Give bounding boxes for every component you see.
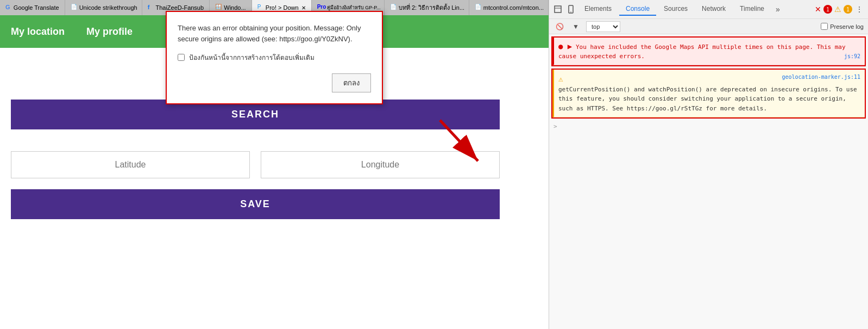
console-context-dropdown[interactable]: top <box>586 21 620 32</box>
tab-sources[interactable]: Sources <box>657 3 694 16</box>
console-prompt: > <box>549 121 868 132</box>
preserve-log-label: Preserve log <box>830 23 864 30</box>
tab-timeline[interactable]: Timeline <box>733 3 771 16</box>
console-error-text: You have included the Google Maps API mu… <box>558 44 846 60</box>
dialog-ok-button[interactable]: ตกลง <box>332 73 371 92</box>
devtools-toolbar: Elements Console Sources Network Timelin… <box>549 0 868 19</box>
console-filter-bar: 🚫 ▼ top Preserve log <box>549 19 868 34</box>
dialog-error-text: There was an error obtaining your positi… <box>178 23 371 44</box>
browser-content: G Google Translate 📄 Unicode strikethrou… <box>0 0 549 329</box>
warning-source-link[interactable]: geolocation-marker.js:11 <box>782 73 861 85</box>
console-warning-text: getCurrentPosition() and watchPosition()… <box>558 86 857 112</box>
more-tabs-icon[interactable]: » <box>772 3 784 15</box>
warning-count-badge: 1 <box>844 5 852 14</box>
dialog-checkbox[interactable] <box>178 54 185 61</box>
warning-bullet: ⚠ <box>558 73 563 85</box>
settings-icon[interactable]: ⋮ <box>853 3 865 15</box>
console-warning-entry: ⚠ geolocation-marker.js:11 getCurrentPos… <box>552 70 865 117</box>
error-dialog: There was an error obtaining your positi… <box>166 11 383 104</box>
error-source-link[interactable]: js:92 <box>844 52 860 60</box>
warning-icon: ⚠ <box>834 5 841 14</box>
svg-line-1 <box>440 120 478 161</box>
svg-point-5 <box>570 11 571 13</box>
devtools-panel: Elements Console Sources Network Timelin… <box>549 0 868 329</box>
svg-rect-2 <box>555 6 561 13</box>
dialog-checkbox-label: ป้องกันหน้านี้จากการสร้างการโต้ตอบเพิ่มเ… <box>189 52 315 63</box>
device-icon[interactable] <box>565 3 577 15</box>
console-error-entry: ● ▶ You have included the Google Maps AP… <box>552 38 865 65</box>
dialog-footer: ตกลง <box>178 73 371 92</box>
clear-console-icon[interactable]: 🚫 <box>553 21 565 33</box>
tab-network[interactable]: Network <box>695 3 732 16</box>
red-arrow <box>429 109 494 177</box>
tab-console[interactable]: Console <box>619 3 656 16</box>
error-count-badge: 1 <box>823 5 832 14</box>
error-icon: ✕ <box>815 5 821 14</box>
preserve-log-row: Preserve log <box>821 23 864 30</box>
preserve-log-checkbox[interactable] <box>821 23 828 30</box>
console-warning-highlight: ⚠ geolocation-marker.js:11 getCurrentPos… <box>551 69 866 119</box>
prompt-arrow: > <box>553 123 557 130</box>
dialog-checkbox-row: ป้องกันหน้านี้จากการสร้างการโต้ตอบเพิ่มเ… <box>178 52 371 63</box>
console-content: ● ▶ You have included the Google Maps AP… <box>549 34 868 329</box>
inspect-icon[interactable] <box>552 3 564 15</box>
filter-icon[interactable]: ▼ <box>570 21 582 33</box>
tab-elements[interactable]: Elements <box>578 3 618 16</box>
error-bullet: ● ▶ <box>558 42 572 51</box>
console-error-highlight: ● ▶ You have included the Google Maps AP… <box>551 36 866 66</box>
